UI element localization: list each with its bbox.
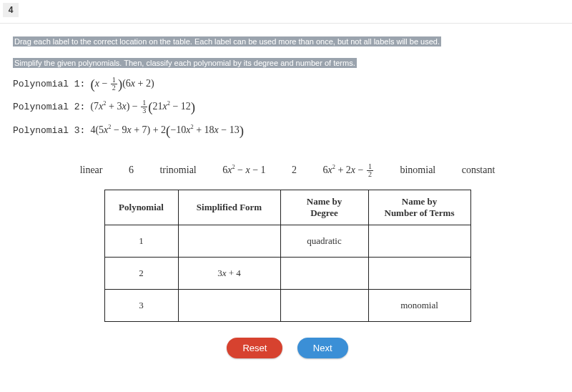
label-trinomial[interactable]: trinomial: [159, 165, 196, 176]
table-header-polynomial: Polynomial: [104, 190, 178, 225]
table-header-simplified: Simplified Form: [178, 190, 280, 225]
cell-r1-polynomial: 1: [104, 225, 178, 257]
label-binomial[interactable]: binomial: [400, 165, 435, 176]
table-row: 1 quadratic: [104, 225, 470, 257]
polynomial-2: Polynomial 2: (7x2 + 3x) − 13(21x2 − 12): [13, 99, 562, 115]
polynomial-1: Polynomial 1: (x − 12)(6x + 2): [13, 77, 562, 92]
instruction-line-2: Simplify the given polynomials. Then, cl…: [13, 58, 357, 68]
label-2[interactable]: 2: [292, 165, 297, 176]
label-6[interactable]: 6: [129, 165, 134, 176]
label-linear[interactable]: linear: [80, 165, 103, 176]
cell-r3-simplified[interactable]: [178, 289, 280, 321]
cell-r3-terms[interactable]: monomial: [368, 289, 470, 321]
label-constant[interactable]: constant: [462, 165, 495, 176]
next-button[interactable]: Next: [297, 338, 348, 358]
cell-r1-simplified[interactable]: [178, 225, 280, 257]
table-row: 3 monomial: [104, 289, 470, 321]
label-expr-a[interactable]: 6x2 − x − 1: [222, 164, 265, 176]
cell-r2-terms[interactable]: [368, 257, 470, 289]
polynomial-3: Polynomial 3: 4(5x2 − 9x + 7) + 2(−10x2 …: [13, 123, 562, 139]
cell-r2-polynomial: 2: [104, 257, 178, 289]
header-divider: [0, 23, 572, 24]
instruction-line-1: Drag each label to the correct location …: [13, 36, 441, 46]
question-number: 4: [3, 3, 19, 17]
table-header-terms: Name byNumber of Terms: [368, 190, 470, 225]
classification-table: Polynomial Simplified Form Name byDegree…: [104, 190, 471, 322]
cell-r2-simplified[interactable]: 3x + 4: [178, 257, 280, 289]
label-bank: linear 6 trinomial 6x2 − x − 1 2 6x2 + 2…: [13, 163, 562, 178]
cell-r1-terms[interactable]: [368, 225, 470, 257]
reset-button[interactable]: Reset: [227, 338, 282, 358]
polynomial-1-label: Polynomial 1:: [13, 79, 85, 89]
label-expr-b[interactable]: 6x2 + 2x − 12: [323, 163, 374, 178]
polynomial-2-label: Polynomial 2:: [13, 102, 85, 112]
cell-r2-degree[interactable]: [280, 257, 368, 289]
table-header-degree: Name byDegree: [280, 190, 368, 225]
polynomial-3-label: Polynomial 3:: [13, 124, 85, 135]
cell-r3-polynomial: 3: [104, 289, 178, 321]
cell-r3-degree[interactable]: [280, 289, 368, 321]
table-row: 2 3x + 4: [104, 257, 470, 289]
cell-r1-degree[interactable]: quadratic: [280, 225, 368, 257]
